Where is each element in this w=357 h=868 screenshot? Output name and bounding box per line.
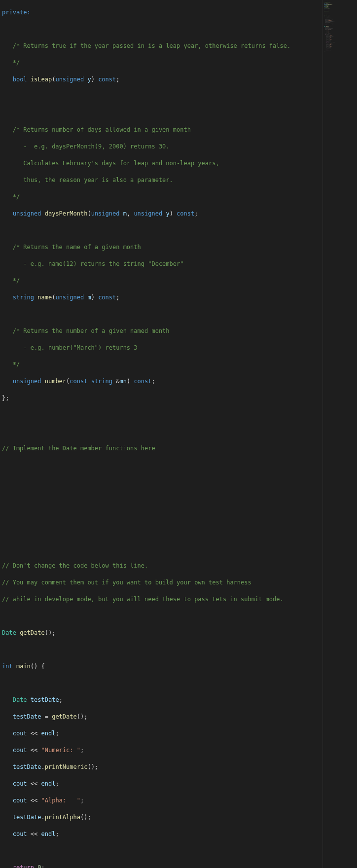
param: m bbox=[87, 294, 91, 301]
kw: unsigned bbox=[134, 210, 162, 217]
comment: /* Returns true if the year passed in is… bbox=[2, 42, 290, 49]
comment: // Implement the Date member functions h… bbox=[2, 445, 155, 452]
comment: thus, the reason year is also a paramete… bbox=[2, 177, 173, 183]
comment: */ bbox=[2, 193, 20, 200]
type: Date bbox=[13, 696, 27, 703]
str: "Alpha: " bbox=[41, 797, 80, 804]
type: Date bbox=[2, 629, 16, 636]
comment: // You may comment them out if you want … bbox=[2, 579, 251, 586]
kw: const bbox=[70, 378, 87, 385]
fn: main bbox=[16, 663, 31, 670]
comment: /* Returns number of days allowed in a g… bbox=[2, 126, 191, 133]
var: cout bbox=[13, 730, 27, 737]
param: y bbox=[166, 210, 169, 217]
comment: /* Returns the number of a given named m… bbox=[2, 327, 170, 334]
comment: */ bbox=[2, 361, 20, 368]
fn: isLeap bbox=[31, 76, 52, 83]
var: endl bbox=[41, 780, 56, 787]
comment: - e.g. daysPerMonth(9, 2000) returns 30. bbox=[2, 143, 170, 150]
comment: - e.g. name(12) returns the string "Dece… bbox=[2, 260, 183, 267]
comment: - e.g. number("March") returns 3 bbox=[2, 344, 138, 351]
kw: unsigned bbox=[55, 76, 84, 83]
kw: const bbox=[177, 210, 194, 217]
fn: name bbox=[37, 294, 52, 301]
fn: number bbox=[45, 378, 66, 385]
var: cout bbox=[13, 747, 27, 754]
minimap-content: // comment lines bool isLeap /* block co… bbox=[324, 1, 357, 52]
var: testDate bbox=[13, 713, 41, 720]
comment: // Don't change the code below this line… bbox=[2, 562, 148, 569]
fn: daysPerMonth bbox=[45, 210, 88, 217]
var: endl bbox=[41, 730, 56, 737]
var: cout bbox=[13, 797, 27, 804]
param: m bbox=[123, 210, 127, 217]
kw: const bbox=[134, 378, 151, 385]
kw: unsigned bbox=[55, 294, 84, 301]
kw: int bbox=[2, 663, 13, 670]
kw: const bbox=[98, 294, 116, 301]
kw: unsigned bbox=[91, 210, 120, 217]
kw: string bbox=[91, 378, 112, 385]
var: testDate bbox=[13, 814, 41, 821]
kw: unsigned bbox=[13, 378, 41, 385]
var: cout bbox=[13, 831, 27, 837]
comment: Calculates February's days for leap and … bbox=[2, 160, 219, 167]
kw: const bbox=[98, 76, 116, 83]
minimap[interactable]: // comment lines bool isLeap /* block co… bbox=[322, 0, 357, 868]
var: cout bbox=[13, 780, 27, 787]
comment: // while in develope mode, but you will … bbox=[2, 596, 284, 603]
comment: */ bbox=[2, 277, 20, 284]
kw: unsigned bbox=[13, 210, 41, 217]
kw-private: private: bbox=[2, 9, 31, 16]
code-editor[interactable]: private: /* Returns true if the year pas… bbox=[0, 0, 322, 868]
param: mn bbox=[119, 378, 126, 385]
comment: */ bbox=[2, 59, 20, 66]
kw: bool bbox=[13, 76, 27, 83]
fn: printAlpha bbox=[45, 814, 80, 821]
param: y bbox=[87, 76, 91, 83]
var: testDate bbox=[31, 696, 59, 703]
num: 0 bbox=[37, 864, 41, 868]
kw: return bbox=[13, 864, 34, 868]
var: testDate bbox=[13, 763, 41, 770]
fn: printNumeric bbox=[45, 763, 88, 770]
fn: getDate bbox=[20, 629, 45, 636]
var: endl bbox=[41, 831, 56, 837]
comment: /* Returns the name of a given month bbox=[2, 244, 141, 251]
fn: getDate bbox=[52, 713, 77, 720]
kw: string bbox=[13, 294, 34, 301]
str: "Numeric: " bbox=[41, 747, 80, 754]
